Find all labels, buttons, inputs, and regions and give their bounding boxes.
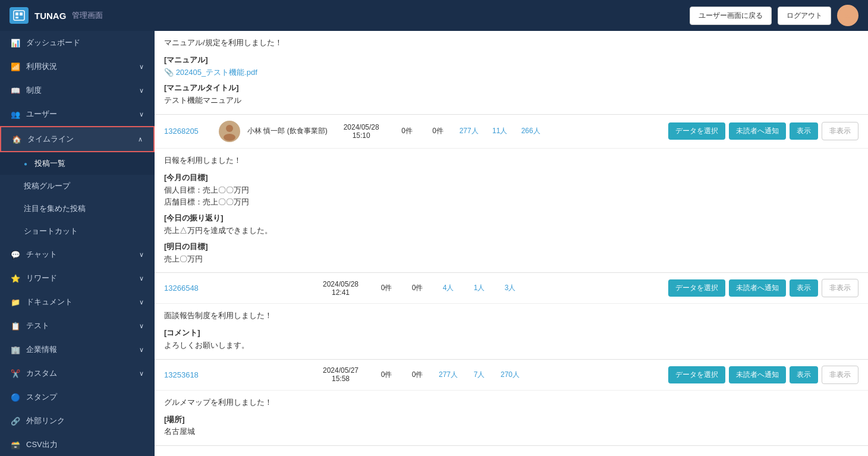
document-icon: 📁 — [11, 298, 20, 307]
post-user-1: 小林 慎一郎 (飲食事業部) — [247, 126, 328, 136]
admin-label: 管理画面 — [72, 10, 103, 21]
sidebar-item-custom[interactable]: ✂️ カスタム ∨ — [0, 361, 155, 385]
data-select-button-3[interactable]: データを選択 — [668, 366, 725, 383]
timeline-icon: 🏠 — [12, 135, 21, 144]
notify-button-1[interactable]: 未読者へ通知 — [729, 122, 786, 140]
featured-label: 注目を集めた投稿 — [24, 203, 86, 214]
show-button-3[interactable]: 表示 — [790, 366, 818, 383]
post-intro-2: 面談報告制度を利用しました！ — [164, 310, 858, 322]
field-value-1-2: 売上〇万円 — [164, 253, 858, 266]
external-icon: 🔗 — [11, 417, 20, 426]
post-unread-3[interactable]: 7人 — [467, 370, 491, 380]
usage-icon: 📶 — [11, 62, 20, 71]
svg-rect-2 — [20, 12, 23, 15]
svg-point-6 — [226, 125, 233, 132]
field-value-2-0: よろしくお願いします。 — [164, 339, 858, 352]
user-screen-button[interactable]: ユーザー画面に戻る — [690, 7, 772, 25]
data-select-button-1[interactable]: データを選択 — [668, 122, 725, 140]
test-icon: 📋 — [11, 322, 20, 331]
logo-icon — [10, 7, 29, 24]
post-comments-3: 0件 — [375, 370, 398, 380]
post-readers-1[interactable]: 277人 — [457, 126, 481, 136]
show-button-2[interactable]: 表示 — [790, 279, 818, 297]
notify-button-2[interactable]: 未読者へ通知 — [729, 279, 786, 297]
sidebar-item-dashboard[interactable]: 📊 ダッシュボード — [0, 31, 155, 55]
sidebar-item-label: CSV出力 — [26, 439, 58, 450]
sidebar-item-users[interactable]: 👥 ユーザー ∨ — [0, 102, 155, 126]
post-content-2: 面談報告制度を利用しました！ [コメント] よろしくお願いします。 — [155, 304, 868, 358]
post-unread-2[interactable]: 1人 — [467, 283, 491, 293]
post-section-3: 13253618 2024/05/27 15:58 0件 0件 277人 7人 … — [155, 360, 868, 446]
manual-file-link[interactable]: 📎 202405_テスト機能.pdf — [164, 67, 858, 79]
sidebar-item-label: チャット — [26, 249, 57, 260]
sidebar-item-reward[interactable]: ⭐ リワード ∨ — [0, 266, 155, 290]
post-unread-1[interactable]: 11人 — [488, 126, 512, 136]
post-unread2-2[interactable]: 3人 — [498, 283, 522, 293]
sidebar-item-test[interactable]: 📋 テスト ∨ — [0, 314, 155, 338]
post-readers-3[interactable]: 277人 — [436, 370, 460, 380]
hide-button-2[interactable]: 非表示 — [822, 279, 858, 297]
sidebar-item-timeline[interactable]: 🏠 タイムライン ∧ — [0, 126, 155, 152]
sidebar-item-system[interactable]: 📖 制度 ∨ — [0, 78, 155, 102]
avatar — [837, 5, 858, 26]
show-button-1[interactable]: 表示 — [790, 122, 818, 140]
users-icon: 👥 — [11, 110, 20, 119]
post-content-1: 日報を利用しました！ [今月の目標] 個人目標：売上〇〇万円 店舗目標：売上〇〇… — [155, 149, 868, 272]
post-comments-1: 0件 — [395, 126, 419, 136]
post-section-1: 13268205 小林 慎一郎 (飲食事業部) 2024/05/28 15:10… — [155, 115, 868, 273]
sidebar-item-post-list[interactable]: 投稿一覧 — [0, 152, 155, 175]
svg-rect-0 — [14, 11, 24, 20]
chevron-down-icon: ∨ — [139, 275, 144, 282]
sidebar-item-shortcut[interactable]: ショートカット — [0, 220, 155, 243]
hide-button-1[interactable]: 非表示 — [822, 122, 858, 140]
post-actions-2: データを選択 未読者へ通知 表示 非表示 — [668, 279, 858, 297]
chevron-down-icon: ∨ — [139, 111, 144, 118]
post-id-link-1[interactable]: 13268205 — [164, 127, 212, 136]
manual-file-anchor[interactable]: 202405_テスト機能.pdf — [176, 68, 257, 77]
notify-button-3[interactable]: 未読者へ通知 — [729, 366, 786, 383]
post-unread2-1[interactable]: 266人 — [519, 126, 543, 136]
logout-button[interactable]: ログアウト — [778, 7, 831, 25]
post-content-3: グルメマップを利用しました！ [場所] 名古屋城 — [155, 391, 868, 445]
post-actions-1: データを選択 未読者へ通知 表示 非表示 — [668, 122, 858, 140]
stamp-icon: 🔵 — [11, 393, 20, 402]
field-label-manual: [マニュアル] — [164, 54, 858, 67]
sidebar-item-label: リワード — [26, 273, 57, 284]
sidebar-item-usage[interactable]: 📶 利用状況 ∨ — [0, 55, 155, 78]
post-unread2-3[interactable]: 270人 — [498, 370, 522, 380]
paperclip-icon: 📎 — [164, 68, 174, 77]
field-label-1-2: [明日の目標] — [164, 241, 858, 253]
sidebar-item-label: タイムライン — [27, 134, 74, 144]
main-content: マニュアル/規定を利用しました！ [マニュアル] 📎 202405_テスト機能.… — [155, 31, 868, 456]
chevron-down-icon: ∨ — [139, 346, 144, 354]
field-value-1-0a: 個人目標：売上〇〇万円 — [164, 184, 858, 197]
field-label-1-1: [今日の振り返り] — [164, 212, 858, 225]
field-value-1-1: 売上△万円を達成できました。 — [164, 225, 858, 237]
sidebar-item-external[interactable]: 🔗 外部リンク — [0, 409, 155, 433]
chevron-up-icon: ∧ — [138, 136, 143, 143]
post-id-link-3[interactable]: 13253618 — [164, 370, 212, 379]
chevron-down-icon: ∨ — [139, 63, 144, 71]
sidebar-item-document[interactable]: 📁 ドキュメント ∨ — [0, 290, 155, 314]
svg-rect-3 — [15, 17, 18, 18]
chevron-down-icon: ∨ — [139, 298, 144, 306]
system-icon: 📖 — [11, 86, 20, 95]
sidebar-item-company[interactable]: 🏢 企業情報 ∨ — [0, 338, 155, 361]
post-id-link-2[interactable]: 13266548 — [164, 284, 212, 293]
sidebar-item-featured[interactable]: 注目を集めた投稿 — [0, 197, 155, 220]
sidebar-item-label: ダッシュボード — [26, 37, 80, 48]
hide-button-3[interactable]: 非表示 — [822, 366, 858, 384]
post-readers-2[interactable]: 4人 — [436, 283, 460, 293]
post-header-2: 13266548 2024/05/28 12:41 0件 0件 4人 1人 3人… — [155, 273, 868, 304]
post-header-3: 13253618 2024/05/27 15:58 0件 0件 277人 7人 … — [155, 360, 868, 391]
sidebar-item-label: 外部リンク — [26, 416, 65, 426]
sidebar: 📊 ダッシュボード 📶 利用状況 ∨ 📖 制度 ∨ 👥 ユーザー ∨ 🏠 タイム… — [0, 31, 155, 456]
sidebar-item-post-group[interactable]: 投稿グループ — [0, 175, 155, 197]
reward-icon: ⭐ — [11, 274, 20, 283]
sidebar-item-chat[interactable]: 💬 チャット ∨ — [0, 243, 155, 266]
data-select-button-2[interactable]: データを選択 — [668, 279, 725, 297]
sidebar-item-stamp[interactable]: 🔵 スタンプ — [0, 385, 155, 409]
sidebar-item-label: スタンプ — [26, 392, 57, 402]
sidebar-item-csv[interactable]: 🗃️ CSV出力 — [0, 433, 155, 456]
post-intro: マニュアル/規定を利用しました！ — [164, 37, 858, 49]
